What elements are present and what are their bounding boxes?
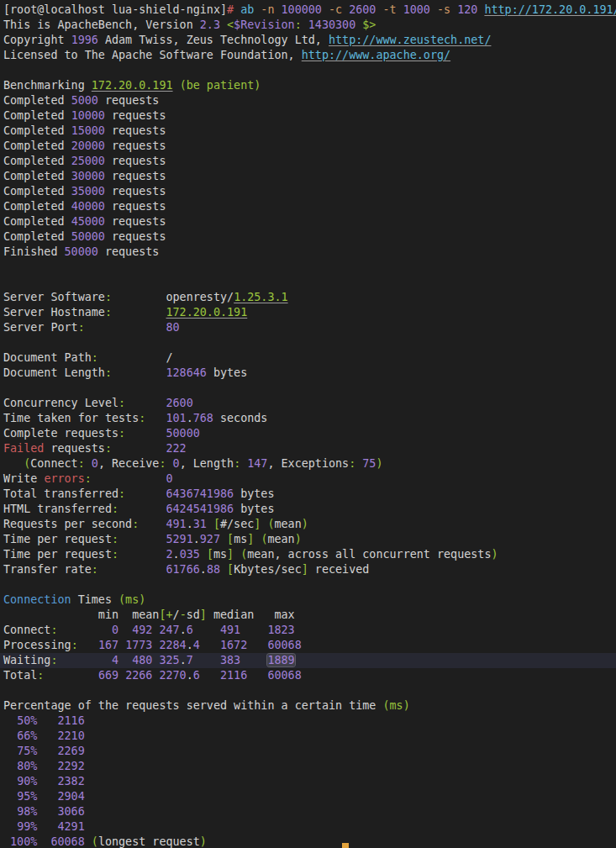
text-segment: , Receive [98, 457, 160, 470]
terminal-line: Connect: 0 492 247.6 491 1823 [3, 623, 616, 638]
text-segment: 98% [17, 805, 37, 818]
text-segment: 60068 [267, 639, 301, 651]
text-segment: 480 [132, 654, 152, 666]
text-segment [200, 639, 220, 651]
text-segment: -n [261, 3, 274, 16]
text-segment: 75% [17, 745, 37, 757]
text-segment: Complete requests [3, 427, 118, 440]
terminal-line: Document Path: / [3, 350, 616, 366]
terminal-line: 95% 2904 [3, 789, 616, 804]
text-segment: ) [376, 457, 382, 470]
text-segment: Copyright [3, 34, 71, 46]
url-link[interactable]: 172.20.0.191 [166, 306, 248, 319]
text-segment [220, 563, 227, 576]
text-segment: requests [105, 185, 166, 198]
terminal-line: Completed 25000 requests [3, 154, 616, 169]
terminal-line: Completed 30000 requests [3, 169, 616, 184]
text-segment: 1773 [125, 639, 152, 651]
terminal-line [3, 335, 616, 350]
text-segment: : [105, 291, 112, 303]
terminal-line: Completed 20000 requests [3, 139, 616, 154]
text-segment: ) [491, 548, 498, 561]
text-segment: : [105, 306, 112, 319]
text-segment: 7 [187, 654, 193, 666]
terminal-output: [root@localhost lua-shield-nginx]# ab -n… [3, 3, 616, 848]
text-segment: 492 [132, 624, 152, 636]
text-segment [37, 745, 57, 757]
text-segment [37, 760, 57, 772]
text-segment: $Revision [234, 18, 295, 31]
text-segment: 99% [17, 820, 37, 833]
text-segment: 75 [362, 457, 376, 470]
text-segment: ( [267, 518, 274, 530]
text-segment: 31 [193, 518, 207, 530]
text-segment: : [295, 18, 302, 31]
text-segment [274, 3, 281, 16]
text-segment: . [193, 533, 200, 545]
text-segment [3, 745, 17, 757]
text-segment: 0 [92, 457, 98, 470]
text-segment: 90% [17, 775, 37, 787]
terminal-cursor [342, 843, 349, 848]
text-segment: requests [105, 200, 166, 213]
text-segment: , Exceptions [267, 457, 349, 470]
text-segment: 88 [207, 563, 220, 576]
text-segment: This is ApacheBench, Version [3, 18, 200, 31]
url-link[interactable]: http://172.20.0.191/ [484, 3, 616, 16]
text-segment: 128646 [166, 366, 207, 379]
terminal-line: Server Hostname: 172.20.0.191 [3, 305, 616, 320]
text-segment: 2600 [349, 3, 376, 16]
text-segment: Licensed to The Apache Software Foundati… [3, 49, 302, 61]
text-segment: ] [227, 548, 234, 561]
text-segment [118, 503, 166, 515]
terminal-line: Complete requests: 50000 [3, 426, 616, 441]
terminal-line [3, 260, 616, 275]
text-segment: received [308, 563, 370, 576]
text-segment: 6436741986 [166, 487, 234, 500]
url-link[interactable]: 1.25.3.1 [234, 291, 288, 303]
text-segment: Failed [3, 442, 44, 455]
text-segment: Time per request [3, 533, 112, 545]
text-segment: 35000 [71, 185, 105, 198]
text-segment: 40000 [71, 200, 105, 213]
terminal-line: Total: 669 2266 2270.6 2116 60068 [3, 668, 616, 683]
text-segment: 2292 [58, 760, 85, 772]
text-segment: 61766 [166, 563, 200, 576]
text-segment: 1430300 [308, 18, 355, 31]
text-segment [3, 820, 17, 833]
text-segment [145, 412, 166, 424]
url-link[interactable]: http://www.apache.org/ [302, 49, 450, 61]
text-segment: requests [98, 94, 160, 107]
terminal-line [3, 683, 616, 698]
text-segment: $> [362, 18, 376, 31]
text-segment: 4 [112, 654, 118, 666]
text-segment: Server Port [3, 321, 78, 334]
text-segment: 45000 [71, 215, 105, 228]
terminal-line: Connection Times (ms) [3, 593, 616, 608]
terminal-line: Completed 45000 requests [3, 214, 616, 229]
url-link[interactable]: 172.20.0.191 [92, 79, 173, 92]
text-segment: Document Path [3, 351, 92, 364]
text-segment: . [187, 639, 193, 651]
text-segment: 167 [98, 639, 118, 651]
text-segment [430, 3, 437, 16]
terminal-line: Processing: 167 1773 2284.4 1672 60068 [3, 638, 616, 653]
url-link[interactable]: http://www.zeustech.net/ [329, 34, 491, 46]
text-segment: ms [234, 533, 247, 545]
text-segment: HTML transferred [3, 503, 112, 515]
terminal[interactable]: [root@localhost lua-shield-nginx]# ab -n… [0, 0, 616, 848]
text-segment: [ [227, 563, 234, 576]
text-segment [112, 442, 166, 455]
text-segment: : [85, 472, 92, 485]
terminal-line: HTML transferred: 6424541986 bytes [3, 502, 616, 517]
terminal-line: Copyright 1996 Adam Twiss, Zeus Technolo… [3, 33, 616, 48]
text-segment: 2116 [220, 669, 247, 682]
text-segment [118, 639, 125, 651]
text-segment: 2210 [58, 729, 85, 742]
text-segment: 120 [457, 3, 477, 16]
text-segment [37, 714, 57, 727]
text-segment: / [98, 351, 173, 364]
text-segment: 383 [220, 654, 240, 666]
text-segment: ( [92, 835, 98, 848]
text-segment [78, 639, 98, 651]
